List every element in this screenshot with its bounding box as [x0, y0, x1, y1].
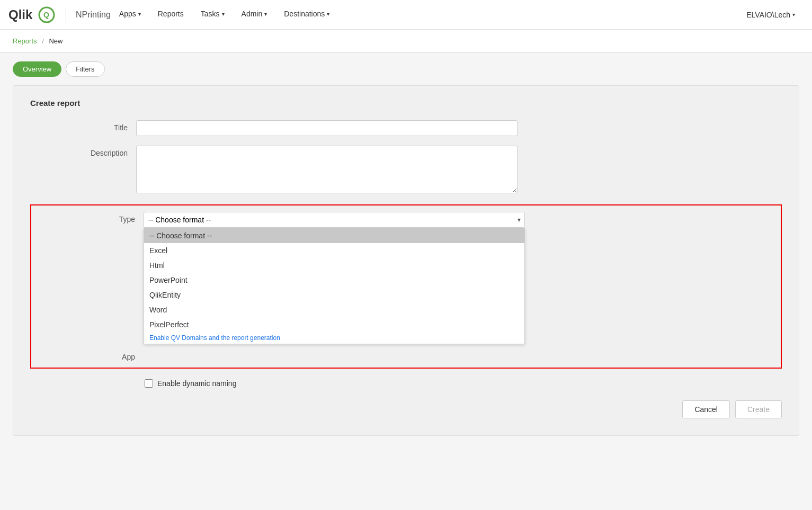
type-label: Type [38, 212, 144, 223]
dynamic-naming-label[interactable]: Enable dynamic naming [157, 379, 236, 388]
dropdown-item-pixelperfect[interactable]: PixelPerfect [144, 317, 524, 332]
dropdown-open-list: -- Choose format -- Excel Html PowerPoin… [144, 228, 525, 344]
type-select-wrapper: -- Choose format -- Excel Html PowerPoin… [144, 212, 525, 228]
top-navigation: Qlik Q NPrinting Apps ▾ Reports Tasks ▾ … [0, 0, 812, 30]
breadcrumb: Reports / New [0, 30, 812, 53]
svg-text:Qlik: Qlik [8, 7, 33, 22]
title-field-wrapper [136, 120, 517, 136]
logo: Qlik Q NPrinting [8, 5, 111, 24]
chevron-down-icon: ▾ [327, 11, 329, 17]
svg-text:Q: Q [43, 11, 49, 19]
dropdown-item-qlikentity[interactable]: QlikEntity [144, 288, 524, 302]
nav-item-tasks[interactable]: Tasks ▾ [192, 0, 233, 30]
dynamic-naming-checkbox[interactable] [145, 379, 153, 388]
description-input[interactable] [136, 146, 517, 193]
title-row: Title [30, 120, 782, 136]
tab-bar: Overview Filters [0, 53, 812, 85]
dropdown-item-placeholder[interactable]: -- Choose format -- [144, 228, 524, 243]
title-label: Title [30, 120, 136, 132]
breadcrumb-separator: / [42, 37, 44, 45]
nav-item-reports[interactable]: Reports [149, 0, 192, 30]
nav-item-apps[interactable]: Apps ▾ [111, 0, 149, 30]
dropdown-item-word[interactable]: Word [144, 302, 524, 317]
form-section-title: Create report [30, 99, 782, 108]
qlik-logo-svg: Qlik Q [8, 5, 56, 24]
nav-item-destinations[interactable]: Destinations ▾ [275, 0, 338, 30]
checkbox-row: Enable dynamic naming [30, 375, 782, 396]
chevron-down-icon: ▾ [264, 11, 267, 17]
type-row: Type -- Choose format -- Excel Html Powe… [38, 212, 774, 344]
create-button[interactable]: Create [735, 400, 782, 418]
description-field-wrapper [136, 146, 517, 195]
type-field-wrapper: -- Choose format -- Excel Html PowerPoin… [144, 212, 525, 344]
app-row: App [38, 347, 774, 361]
type-app-section: Type -- Choose format -- Excel Html Powe… [30, 204, 782, 369]
cancel-button[interactable]: Cancel [682, 400, 730, 418]
dropdown-item-html[interactable]: Html [144, 258, 524, 273]
product-name: NPrinting [76, 10, 111, 20]
dropdown-item-powerpoint[interactable]: PowerPoint [144, 273, 524, 288]
create-report-form: Create report Title Description Type [13, 85, 799, 436]
logo-divider [66, 7, 66, 23]
tab-filters[interactable]: Filters [66, 61, 104, 77]
nav-item-admin[interactable]: Admin ▾ [233, 0, 276, 30]
main-content: Create report Title Description Type [0, 85, 812, 449]
description-row: Description [30, 146, 782, 195]
description-label: Description [30, 146, 136, 157]
chevron-down-icon: ▾ [792, 12, 795, 17]
dropdown-item-partial: Enable QV Domains and the report generat… [144, 332, 524, 344]
app-label: App [38, 350, 144, 361]
title-input[interactable] [136, 120, 517, 136]
nav-items: Apps ▾ Reports Tasks ▾ Admin ▾ Destinati… [111, 0, 738, 30]
breadcrumb-current: New [49, 37, 63, 45]
button-row: Cancel Create [30, 396, 782, 418]
breadcrumb-reports-link[interactable]: Reports [13, 37, 37, 45]
user-menu[interactable]: ELVAIO\Lech ▾ [738, 11, 804, 19]
chevron-down-icon: ▾ [138, 11, 141, 17]
tab-overview[interactable]: Overview [13, 61, 61, 77]
chevron-down-icon: ▾ [222, 11, 225, 17]
dropdown-item-excel[interactable]: Excel [144, 243, 524, 258]
type-select[interactable]: -- Choose format -- Excel Html PowerPoin… [144, 212, 525, 228]
